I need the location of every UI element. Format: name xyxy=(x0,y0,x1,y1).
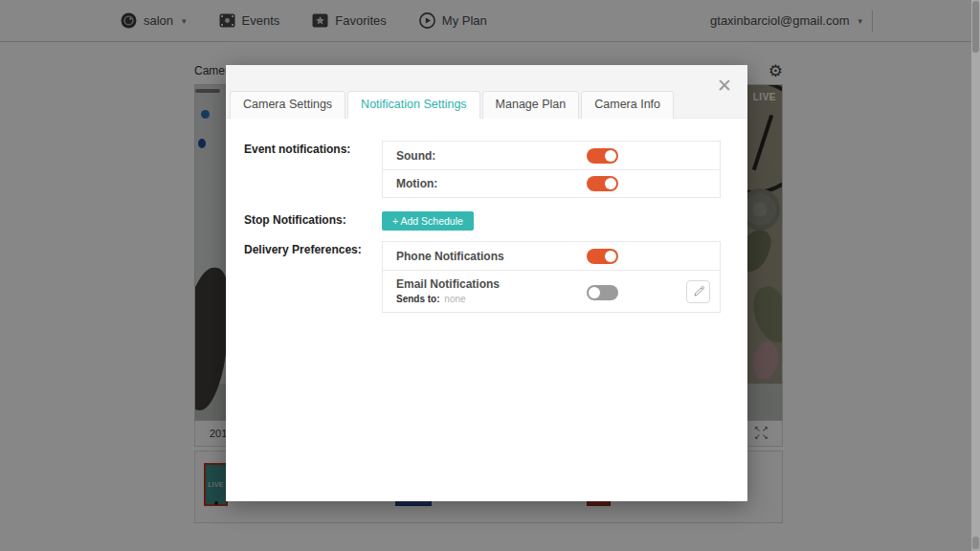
edit-email-button[interactable] xyxy=(686,280,710,303)
email-notifications-label: Email Notifications xyxy=(396,277,500,291)
scrollbar-nub xyxy=(972,537,979,549)
page-scrollbar[interactable] xyxy=(971,0,980,551)
pencil-icon xyxy=(693,286,704,298)
phone-notifications-row: Phone Notifications xyxy=(383,242,720,270)
email-notifications-row: Email Notifications Sends to: none xyxy=(383,270,720,312)
section-event-notifications: Event notifications: Sound: Motion: xyxy=(244,141,721,198)
sends-to-value: none xyxy=(444,294,465,304)
delivery-preferences-box: Phone Notifications Email Notifications … xyxy=(382,241,721,313)
tab-notification-settings[interactable]: Notification Settings xyxy=(347,91,479,119)
section-label: Stop Notifications: xyxy=(244,211,382,231)
section-delivery-preferences: Delivery Preferences: Phone Notification… xyxy=(244,241,721,313)
sends-to-line: Sends to: none xyxy=(396,294,466,304)
section-stop-notifications: Stop Notifications: + Add Schedule xyxy=(244,211,721,231)
scrollbar-thumb[interactable] xyxy=(972,1,979,53)
settings-modal: ✕ Camera Settings Notification Settings … xyxy=(226,65,747,501)
motion-label: Motion: xyxy=(396,177,437,190)
sound-row: Sound: xyxy=(383,142,720,169)
modal-tabs: Camera Settings Notification Settings Ma… xyxy=(230,91,676,119)
tab-camera-settings[interactable]: Camera Settings xyxy=(230,91,345,119)
motion-toggle[interactable] xyxy=(587,176,618,191)
tab-manage-plan[interactable]: Manage Plan xyxy=(482,91,580,119)
phone-notifications-label: Phone Notifications xyxy=(396,250,504,263)
add-schedule-button[interactable]: + Add Schedule xyxy=(382,211,474,231)
modal-header: ✕ Camera Settings Notification Settings … xyxy=(226,65,747,119)
close-icon[interactable]: ✕ xyxy=(717,75,732,97)
sends-to-label: Sends to: xyxy=(396,294,440,304)
modal-body: Event notifications: Sound: Motion: xyxy=(226,119,747,313)
phone-notifications-toggle[interactable] xyxy=(587,249,618,264)
section-label: Event notifications: xyxy=(244,141,382,198)
section-label: Delivery Preferences: xyxy=(244,241,382,313)
tab-camera-info[interactable]: Camera Info xyxy=(581,91,674,119)
motion-row: Motion: xyxy=(383,169,720,197)
email-notifications-toggle[interactable] xyxy=(587,285,618,300)
sound-toggle[interactable] xyxy=(587,148,618,164)
event-notifications-box: Sound: Motion: xyxy=(382,141,721,198)
sound-label: Sound: xyxy=(396,149,435,163)
